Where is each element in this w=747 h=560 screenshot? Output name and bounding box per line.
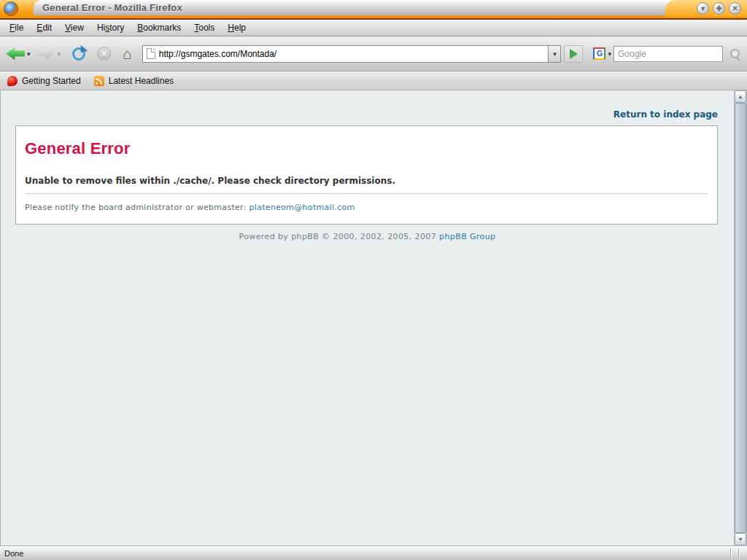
url-history-dropdown-button[interactable]: ▾ (548, 45, 561, 63)
minimize-icon[interactable]: ▾ (697, 2, 709, 15)
menu-bar: File Edit View History Bookmarks Tools H… (0, 20, 747, 36)
home-icon: ⌂ (123, 47, 132, 61)
stop-button[interactable]: ✕ (97, 47, 111, 61)
url-field[interactable] (142, 45, 549, 63)
reload-icon (72, 47, 85, 61)
title-bar: General Error - Mozilla Firefox ▾ ✚ ✕ (0, 0, 747, 20)
search-bar: G ▾ (593, 46, 741, 62)
notify-text: Please notify the board administrator or… (25, 203, 249, 212)
error-panel: General Error Unable to remove files wit… (15, 125, 718, 225)
bookmarks-toolbar: Getting Started Latest Headlines (0, 71, 747, 90)
forward-arrow-icon (36, 47, 55, 61)
vertical-scrollbar[interactable]: ▲ ▼ (734, 90, 746, 545)
footer-text: Powered by phpBB © 2000, 2002, 2005, 200… (239, 232, 440, 241)
back-button[interactable]: ▾ (6, 47, 31, 61)
search-engine-dropdown-caret-icon[interactable]: ▾ (608, 50, 611, 58)
phpbb-group-link[interactable]: phpBB Group (439, 232, 495, 241)
error-page-title: General Error (25, 139, 708, 158)
back-dropdown-caret-icon[interactable]: ▾ (27, 50, 31, 58)
menu-bookmarks[interactable]: Bookmarks (131, 20, 187, 35)
scroll-down-arrow-icon[interactable]: ▼ (735, 533, 746, 545)
scrollbar-thumb[interactable] (735, 103, 746, 533)
notify-line: Please notify the board administrator or… (25, 203, 708, 212)
web-page: Return to index page General Error Unabl… (1, 90, 734, 545)
status-bar: Done (0, 545, 747, 560)
navigation-toolbar: ▾ ▾ ✕ ⌂ ▾ G ▾ (0, 36, 747, 71)
reload-button[interactable] (72, 47, 85, 61)
getting-started-icon (7, 76, 18, 86)
menu-view[interactable]: View (59, 20, 90, 35)
status-text: Done (4, 549, 23, 558)
go-button[interactable] (564, 45, 583, 63)
google-engine-icon[interactable]: G (593, 47, 605, 60)
window-controls: ▾ ✚ ✕ (665, 0, 747, 17)
menu-history[interactable]: History (91, 20, 130, 35)
url-input[interactable] (159, 49, 545, 59)
scroll-up-arrow-icon[interactable]: ▲ (735, 90, 746, 103)
phpbb-footer: Powered by phpBB © 2000, 2002, 2005, 200… (1, 232, 734, 241)
title-bar-accent-line (0, 18, 747, 20)
search-magnifier-icon[interactable] (729, 48, 741, 60)
maximize-icon[interactable]: ✚ (713, 2, 725, 15)
location-bar: ▾ (142, 45, 584, 63)
bookmark-latest-headlines[interactable]: Latest Headlines (94, 76, 174, 86)
site-favicon-page-icon (147, 48, 155, 59)
browser-window: General Error - Mozilla Firefox ▾ ✚ ✕ Fi… (0, 0, 747, 560)
stop-x-icon: ✕ (97, 47, 111, 61)
bookmark-label: Getting Started (22, 76, 81, 86)
menu-file[interactable]: File (4, 20, 29, 35)
search-input[interactable] (614, 46, 723, 62)
close-icon[interactable]: ✕ (729, 2, 741, 15)
forward-button[interactable]: ▾ (36, 47, 61, 61)
status-separator (738, 548, 739, 559)
firefox-logo-icon (4, 1, 18, 16)
window-title: General Error - Mozilla Firefox (42, 2, 182, 13)
divider (25, 193, 708, 194)
webmaster-email-link[interactable]: plateneom@hotmail.com (249, 203, 355, 212)
home-button[interactable]: ⌂ (123, 47, 132, 61)
content-area: Return to index page General Error Unabl… (0, 90, 747, 545)
menu-tools[interactable]: Tools (188, 20, 220, 35)
back-arrow-icon (6, 47, 25, 61)
menu-edit[interactable]: Edit (31, 20, 58, 35)
go-triangle-icon (570, 49, 578, 59)
menu-help[interactable]: Help (222, 20, 252, 35)
forward-dropdown-caret-icon[interactable]: ▾ (58, 50, 61, 58)
return-to-index-link[interactable]: Return to index page (15, 109, 718, 120)
status-separator (730, 548, 731, 559)
rss-feed-icon (94, 76, 104, 86)
bookmark-label: Latest Headlines (109, 76, 174, 86)
error-message: Unable to remove files within ./cache/. … (25, 176, 708, 186)
bookmark-getting-started[interactable]: Getting Started (7, 76, 81, 86)
